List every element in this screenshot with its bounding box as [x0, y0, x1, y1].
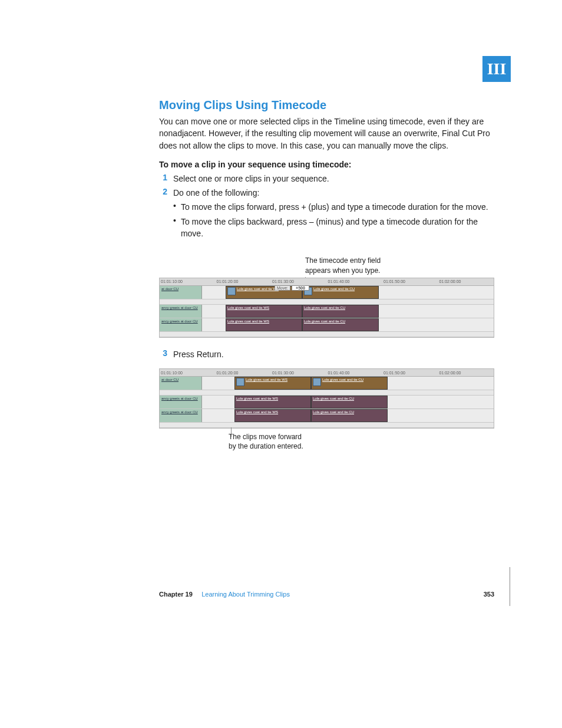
- heading: Moving Clips Using Timecode: [159, 98, 494, 112]
- audio-clip: Lola gives coat and tie CU: [302, 318, 379, 331]
- margin-rule: [507, 567, 510, 606]
- chapter-title: Learning About Trimming Clips: [201, 591, 290, 598]
- figure-1: The timecode entry fieldappears when you…: [159, 256, 494, 337]
- audio-track: ancy greets at door CU Lola gives coat a…: [160, 318, 494, 332]
- track-label: ancy greets at door CU: [160, 396, 202, 409]
- step-number: 3: [159, 348, 167, 360]
- clip-thumbnail-icon: [236, 378, 244, 386]
- step-number: 2: [159, 187, 167, 199]
- figure-caption: The clips move forwardby the duration en…: [229, 432, 494, 451]
- bullet-2: • To move the clips backward, press – (m…: [173, 216, 494, 240]
- move-value: +500: [292, 285, 309, 291]
- audio-track: ancy greets at door CU Lola gives coat a…: [160, 396, 494, 409]
- step-3: 3 Press Return.: [159, 348, 494, 360]
- track-label: at door CU: [160, 377, 202, 390]
- timeline-ruler: 01:01:10:0001:01:20:0001:01:30:0001:01:4…: [160, 278, 494, 286]
- procedure-title: To move a clip in your sequence using ti…: [159, 160, 494, 169]
- video-track: at door CU Lola gives coat and tie WS Lo…: [160, 286, 494, 299]
- bullet-dot: •: [173, 216, 176, 240]
- audio-clip: Lola gives coat and tie WS: [234, 396, 311, 409]
- move-label: Move:: [275, 285, 290, 291]
- video-clip: Lola gives coat and tie WS: [234, 377, 311, 390]
- clip-thumbnail-icon: [313, 378, 321, 386]
- figure-2: 01:01:10:0001:01:20:0001:01:30:0001:01:4…: [159, 368, 494, 451]
- step-text: Do one of the following:: [173, 187, 259, 199]
- video-track: at door CU Lola gives coat and tie WS Lo…: [160, 377, 494, 390]
- step-1: 1 Select one or more clips in your seque…: [159, 173, 494, 185]
- audio-track: ancy greets at door CU Lola gives coat a…: [160, 305, 494, 318]
- step-number: 1: [159, 173, 167, 185]
- intro-paragraph: You can move one or more selected clips …: [159, 116, 494, 151]
- video-clip: Lola gives coat and tie CU: [311, 377, 388, 390]
- bullet-dot: •: [173, 201, 176, 213]
- audio-clip: Lola gives coat and tie CU: [311, 396, 388, 409]
- audio-clip: Lola gives coat and tie WS: [226, 305, 302, 318]
- audio-track: ancy greets at door CU Lola gives coat a…: [160, 409, 494, 423]
- page-footer: Chapter 19 Learning About Trimming Clips…: [159, 591, 494, 598]
- track-label: ancy greets at door CU: [160, 409, 202, 422]
- figure-caption: The timecode entry fieldappears when you…: [305, 256, 494, 275]
- audio-clip: Lola gives coat and tie CU: [302, 305, 379, 318]
- timeline-screenshot: 01:01:10:0001:01:20:0001:01:30:0001:01:4…: [159, 368, 494, 429]
- leader-line: [231, 427, 232, 437]
- chapter-number: Chapter 19: [159, 591, 193, 598]
- track-label: ancy greets at door CU: [160, 305, 202, 318]
- move-entry-field: Move: +500: [275, 285, 309, 291]
- bullet-text: To move the clips forward, press + (plus…: [181, 201, 488, 213]
- audio-clip: Lola gives coat and tie WS: [234, 409, 311, 422]
- clip-thumbnail-icon: [227, 287, 236, 295]
- audio-clip: Lola gives coat and tie WS: [226, 318, 302, 331]
- step-2: 2 Do one of the following:: [159, 187, 494, 199]
- bullet-text: To move the clips backward, press – (min…: [181, 216, 494, 240]
- section-tab: III: [482, 56, 511, 82]
- page-number: 353: [484, 591, 494, 598]
- audio-clip: Lola gives coat and tie CU: [311, 409, 388, 422]
- step-text: Press Return.: [173, 348, 224, 360]
- step-text: Select one or more clips in your sequenc…: [173, 173, 329, 185]
- track-label: at door CU: [160, 286, 202, 299]
- bullet-1: • To move the clips forward, press + (pl…: [173, 201, 494, 213]
- timeline-ruler: 01:01:10:0001:01:20:0001:01:30:0001:01:4…: [160, 369, 494, 377]
- track-label: ancy greets at door CU: [160, 318, 202, 331]
- timeline-screenshot: 01:01:10:0001:01:20:0001:01:30:0001:01:4…: [159, 278, 494, 338]
- video-clip: Lola gives coat and tie CU: [302, 286, 379, 299]
